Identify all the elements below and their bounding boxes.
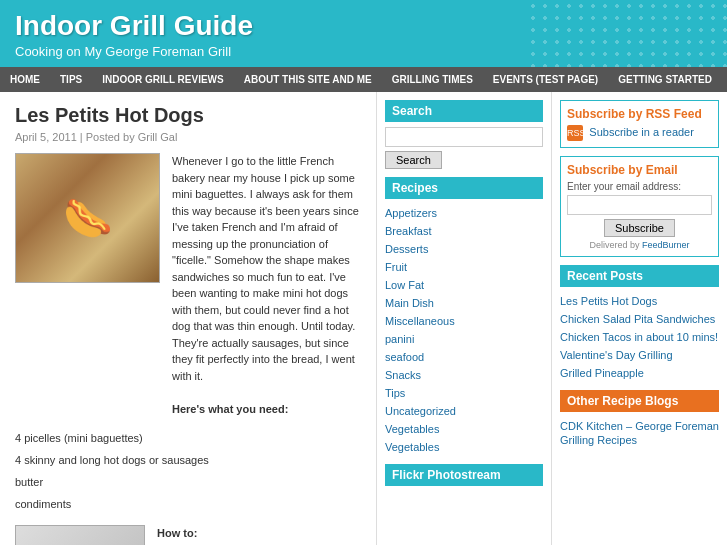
post-text2: Whenever I go to the little French baker… [172,153,361,417]
other-blogs-title: Other Recipe Blogs [560,390,719,412]
site-title: Indoor Grill Guide [15,10,712,42]
recipes-title2: Recipes [385,177,543,199]
nav-getting-started[interactable]: GETTING STARTED [608,67,722,92]
nav-about[interactable]: ABOUT THIS SITE AND ME [234,67,382,92]
rss-icon2: RSS [567,125,583,141]
ingredient: 4 skinny and long hot dogs or sausages [15,449,361,471]
email-label2: Enter your email address: [567,181,712,192]
list-item: Desserts [385,240,543,258]
site-subtitle: Cooking on My George Foreman Grill [15,44,712,59]
list-item: Fruit [385,258,543,276]
list-item: Les Petits Hot Dogs [560,292,719,310]
search-widget2: Search Search [385,100,543,169]
recipe-link[interactable]: Low Fat [385,279,424,291]
recipe-link[interactable]: Appetizers [385,207,437,219]
list-item: Chicken Tacos in about 10 mins! [560,328,719,346]
search-input2[interactable] [385,127,543,147]
sidebar-right: Subscribe by RSS Feed RSS Subscribe in a… [552,92,727,545]
nav-grilling-times[interactable]: GRILLING TIMES [382,67,483,92]
email-title2: Subscribe by Email [567,163,712,177]
rss-link2[interactable]: Subscribe in a reader [589,126,694,138]
list-item: Miscellaneous [385,312,543,330]
list-item: Main Dish [385,294,543,312]
recipe-link[interactable]: Tips [385,387,405,399]
recent-posts-title: Recent Posts [560,265,719,287]
main-content-area: Les Petits Hot Dogs April 5, 2011 | Post… [0,92,727,545]
list-item: Snacks [385,366,543,384]
recipe-link[interactable]: Fruit [385,261,407,273]
list-item: Tips [385,384,543,402]
recipe-link[interactable]: Uncategorized [385,405,456,417]
nav-events[interactable]: EVENTS (TEST PAGE) [483,67,608,92]
post-body-wrap: 🌭 Whenever I go to the little French bak… [15,153,361,417]
rss-title2: Subscribe by RSS Feed [567,107,712,121]
list-item: Uncategorized [385,402,543,420]
search-button2[interactable]: Search [385,151,442,169]
recipe-link[interactable]: Breakfast [385,225,431,237]
recent-post-link[interactable]: Valentine's Day Grilling [560,349,673,361]
list-item: panini [385,330,543,348]
feedburner-link2[interactable]: FeedBurner [642,240,690,250]
post-title2: Les Petits Hot Dogs [15,104,361,127]
ingredient: butter [15,471,361,493]
list-item: Vegetables [385,438,543,456]
post-image2: 🌭 [15,153,160,283]
delivered-by2: Delivered by FeedBurner [567,240,712,250]
list-item: Grilled Pineapple [560,364,719,382]
list-item: Breakfast [385,222,543,240]
recipe-link[interactable]: panini [385,333,414,345]
email-input2[interactable] [567,195,712,215]
list-item: Valentine's Day Grilling [560,346,719,364]
recent-post-link[interactable]: Les Petits Hot Dogs [560,295,657,307]
recipe-link[interactable]: Desserts [385,243,428,255]
recent-post-link[interactable]: Chicken Salad Pita Sandwiches [560,313,715,325]
email-widget2: Subscribe by Email Enter your email addr… [560,156,719,257]
recipe-link[interactable]: Miscellaneous [385,315,455,327]
recent-posts-list: Les Petits Hot DogsChicken Salad Pita Sa… [560,292,719,382]
list-item: Low Fat [385,276,543,294]
list-item: Chicken Salad Pita Sandwiches [560,310,719,328]
sidebar-left: Search Search Recipes AppetizersBreakfas… [377,92,552,545]
recent-post-link[interactable]: Grilled Pineapple [560,367,644,379]
search-title2: Search [385,100,543,122]
howto-image2: 🍴 [15,525,145,545]
site-header: Indoor Grill Guide Cooking on My George … [0,0,727,67]
recent-post-link[interactable]: Chicken Tacos in about 10 mins! [560,331,718,343]
list-item: Vegetables [385,420,543,438]
recipe-link[interactable]: Main Dish [385,297,434,309]
sidebars: Search Search Recipes AppetizersBreakfas… [377,92,727,545]
ingredient: condiments [15,493,361,515]
nav-home[interactable]: HOME [0,67,50,92]
howto2: 🍴 How to:Grill the hot dogs or sausages … [15,525,361,545]
list-item: CDK Kitchen – George Foreman Grilling Re… [560,417,719,449]
flickr-title2: Flickr Photostream [385,464,543,486]
howto-text2: How to:Grill the hot dogs or sausages un… [157,525,361,545]
list-item: seafood [385,348,543,366]
subscribe-button2[interactable]: Subscribe [604,219,675,237]
recipe-link[interactable]: Vegetables [385,441,439,453]
recipe-link[interactable]: Vegetables [385,423,439,435]
recipe-link[interactable]: seafood [385,351,424,363]
rss-widget2: Subscribe by RSS Feed RSS Subscribe in a… [560,100,719,148]
recipes-list2: AppetizersBreakfastDessertsFruitLow FatM… [385,204,543,456]
main-nav: HOME TIPS INDOOR GRILL REVIEWS ABOUT THI… [0,67,727,92]
recipe-link[interactable]: Snacks [385,369,421,381]
recipes-widget2: Recipes AppetizersBreakfastDessertsFruit… [385,177,543,456]
other-blogs-widget: Other Recipe Blogs CDK Kitchen – George … [560,390,719,449]
nav-tips[interactable]: TIPS [50,67,92,92]
other-blogs-list: CDK Kitchen – George Foreman Grilling Re… [560,417,719,449]
list-item: Appetizers [385,204,543,222]
other-blog-link[interactable]: CDK Kitchen – George Foreman Grilling Re… [560,420,719,446]
recent-posts-widget: Recent Posts Les Petits Hot DogsChicken … [560,265,719,382]
ingredient: 4 picelles (mini baguettes) [15,427,361,449]
post-meta2: April 5, 2011 | Posted by Grill Gal [15,131,361,143]
nav-indoor-grill-reviews[interactable]: INDOOR GRILL REVIEWS [92,67,234,92]
post-ingredients2: 4 picelles (mini baguettes)4 skinny and … [15,427,361,515]
